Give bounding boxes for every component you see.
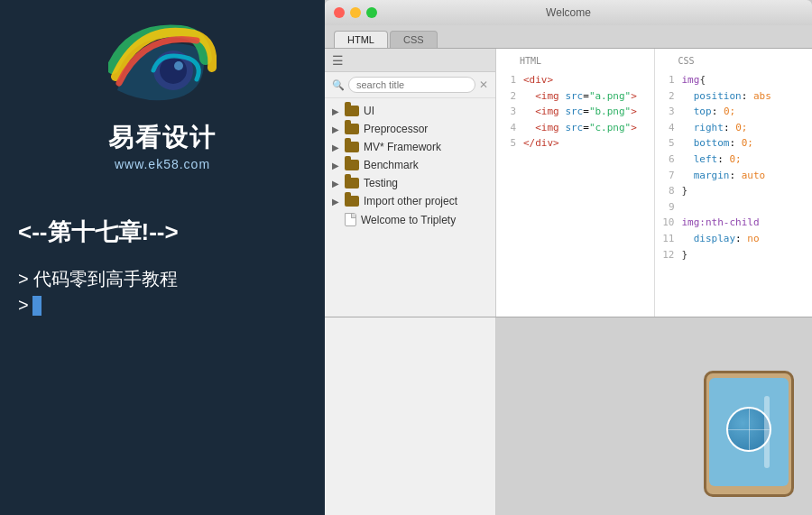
tree-item-preprocessor[interactable]: ▶ Preprocessor — [325, 120, 495, 138]
search-icon: 🔍 — [332, 79, 345, 91]
tree-label: UI — [364, 105, 374, 117]
search-bar: 🔍 ✕ — [325, 72, 495, 98]
css-panel-label: CSS — [659, 54, 809, 69]
code-editor: HTML 1 <div> 2 <img src="a.png"> 3 <img … — [496, 49, 812, 317]
tree-item-ui[interactable]: ▶ UI — [325, 102, 495, 120]
bottom-sidebar — [325, 317, 496, 515]
app-content: ☰ 🔍 ✕ ▶ UI ▶ Preprocessor — [325, 49, 812, 317]
code-line: 6 left: 0; — [659, 152, 809, 168]
folder-icon — [345, 106, 359, 116]
code-line: 2 <img src="a.png"> — [500, 88, 651, 105]
tree-arrow: ▶ — [332, 106, 343, 116]
card-stripe — [764, 396, 770, 468]
tree-label: Benchmark — [364, 159, 419, 171]
window-title: Welcome — [546, 6, 591, 19]
code-line: 11 display: no — [659, 231, 809, 247]
tree-arrow: ▶ — [332, 179, 343, 189]
brand-name: 易看设计 — [108, 121, 217, 155]
tree-arrow: ▶ — [332, 197, 343, 207]
tree-label: Testing — [364, 177, 398, 189]
sidebar-toolbar: ☰ — [325, 49, 495, 72]
file-tree: ▶ UI ▶ Preprocessor ▶ MV* Framework ▶ — [325, 98, 495, 317]
tree-label: Welcome to Triplety — [361, 214, 456, 226]
traffic-lights — [334, 7, 377, 18]
svg-point-2 — [174, 61, 183, 70]
tree-item-benchmark[interactable]: ▶ Benchmark — [325, 156, 495, 174]
code-line: 2 position: abs — [659, 88, 809, 105]
code-line: 8 } — [659, 183, 809, 199]
tree-item-mvframework[interactable]: ▶ MV* Framework — [325, 138, 495, 156]
tree-item-testing[interactable]: ▶ Testing — [325, 174, 495, 192]
css-code-panel[interactable]: CSS 1 img{ 2 position: abs 3 top: 0; — [655, 49, 813, 317]
maximize-button[interactable] — [366, 7, 377, 18]
minimize-button[interactable] — [350, 7, 361, 18]
hamburger-icon[interactable]: ☰ — [332, 53, 344, 68]
chapter-title: <--第十七章!--> — [18, 216, 325, 248]
tree-label: Preprocessor — [364, 123, 428, 135]
globe-meridian — [749, 409, 750, 450]
tree-arrow: ▶ — [332, 161, 343, 170]
svg-point-1 — [160, 57, 187, 84]
chapter-area: <--第十七章!--> > 代码零到高手教程 > — [0, 216, 325, 316]
folder-icon — [345, 178, 359, 189]
tree-label: Import other project — [364, 195, 457, 207]
html-panel-label: HTML — [500, 54, 651, 69]
folder-icon — [345, 196, 359, 207]
code-line: 1 <div> — [500, 72, 651, 88]
tree-label: MV* Framework — [364, 141, 441, 153]
window-chrome: Welcome — [325, 0, 812, 25]
tree-item-welcome[interactable]: Welcome to Triplety — [325, 210, 495, 229]
folder-icon — [345, 142, 359, 152]
app-window: Welcome HTML CSS ☰ 🔍 ✕ ▶ UI — [325, 0, 812, 515]
chapter-desc-line1: > 代码零到高手教程 — [18, 262, 325, 295]
brand-url: www.ek58.com — [115, 157, 210, 171]
tree-item-import[interactable]: ▶ Import other project — [325, 192, 495, 210]
cursor-line: > — [18, 295, 325, 316]
window-tabs: HTML CSS — [325, 25, 812, 49]
cursor-bar — [32, 296, 42, 316]
code-line: 10 img:nth-child — [659, 215, 809, 231]
code-line: 3 top: 0; — [659, 104, 809, 120]
code-line: 3 <img src="b.png"> — [500, 104, 651, 120]
code-line: 12 } — [659, 247, 809, 263]
code-line: 7 margin: auto — [659, 168, 809, 184]
tree-arrow: ▶ — [332, 143, 343, 152]
file-sidebar: ☰ 🔍 ✕ ▶ UI ▶ Preprocessor — [325, 49, 496, 317]
code-panels: HTML 1 <div> 2 <img src="a.png"> 3 <img … — [496, 49, 812, 317]
tab-html[interactable]: HTML — [334, 31, 388, 48]
code-line: 5 bottom: 0; — [659, 135, 809, 152]
file-icon — [345, 213, 356, 226]
code-line: 4 right: 0; — [659, 120, 809, 136]
code-line: 4 <img src="c.png"> — [500, 120, 651, 136]
logo-area: 易看设计 www.ek58.com — [108, 18, 217, 171]
code-line: 1 img{ — [659, 72, 809, 88]
html-code-panel[interactable]: HTML 1 <div> 2 <img src="a.png"> 3 <img … — [496, 49, 655, 317]
left-panel: 易看设计 www.ek58.com <--第十七章!--> > 代码零到高手教程… — [0, 0, 325, 515]
bottom-preview — [496, 317, 812, 515]
tab-css[interactable]: CSS — [390, 31, 438, 48]
folder-icon — [345, 124, 359, 134]
close-button[interactable] — [334, 7, 345, 18]
game-card-inner — [709, 378, 789, 486]
folder-icon — [345, 160, 359, 170]
tree-arrow: ▶ — [332, 124, 343, 134]
search-input[interactable] — [348, 77, 475, 93]
bottom-section — [325, 317, 812, 515]
code-line: 9 — [659, 199, 809, 216]
game-card-illustration — [704, 371, 794, 497]
close-icon[interactable]: ✕ — [479, 78, 488, 91]
cursor-prompt: > — [18, 295, 29, 316]
code-line: 5 </div> — [500, 135, 651, 152]
brand-logo — [108, 18, 217, 117]
